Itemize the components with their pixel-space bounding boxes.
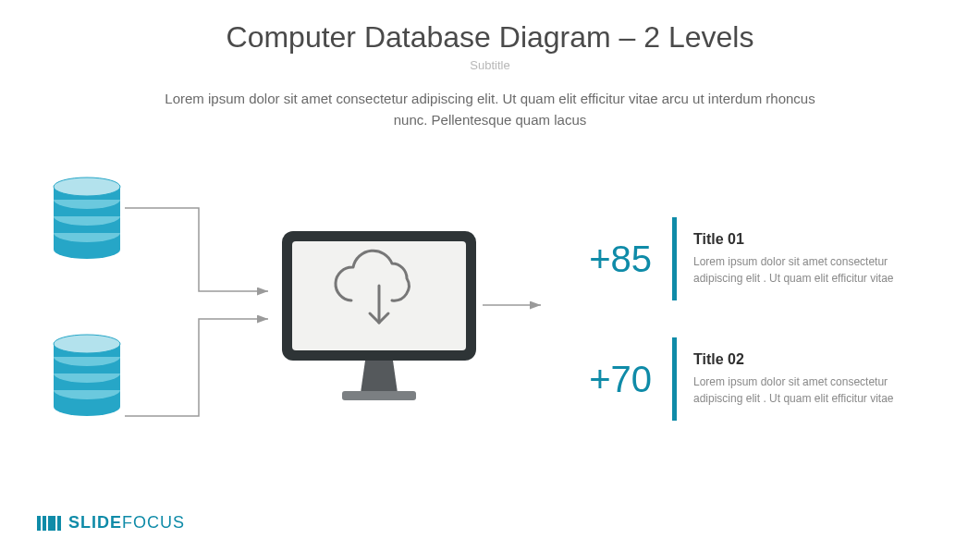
svg-rect-20 bbox=[342, 391, 416, 400]
brand-text: SLIDEFOCUS bbox=[68, 513, 185, 533]
stat-body-1: Lorem ipsum dolor sit amet consectetur a… bbox=[693, 253, 915, 287]
stat-title-2: Title 02 bbox=[693, 351, 938, 368]
monitor-icon bbox=[277, 227, 481, 411]
stat-block-2: +70 Title 02 Lorem ipsum dolor sit amet … bbox=[550, 337, 938, 421]
stat-divider-1 bbox=[672, 217, 677, 300]
stat-block-1: +85 Title 01 Lorem ipsum dolor sit amet … bbox=[550, 217, 938, 300]
page-description: Lorem ipsum dolor sit amet consectetur a… bbox=[148, 89, 832, 130]
stat-divider-2 bbox=[672, 337, 677, 421]
connector-lines bbox=[0, 166, 980, 481]
brand-logo: SLIDEFOCUS bbox=[37, 513, 185, 533]
stat-title-1: Title 01 bbox=[693, 231, 938, 248]
stat-value-2: +70 bbox=[550, 359, 652, 400]
brand-bars-icon bbox=[37, 516, 61, 531]
page-subtitle: Subtitle bbox=[0, 58, 980, 72]
stat-body-2: Lorem ipsum dolor sit amet consectetur a… bbox=[693, 373, 915, 407]
diagram-container: +85 Title 01 Lorem ipsum dolor sit amet … bbox=[0, 166, 980, 481]
page-title: Computer Database Diagram – 2 Levels bbox=[0, 20, 980, 55]
stat-value-1: +85 bbox=[550, 239, 652, 280]
